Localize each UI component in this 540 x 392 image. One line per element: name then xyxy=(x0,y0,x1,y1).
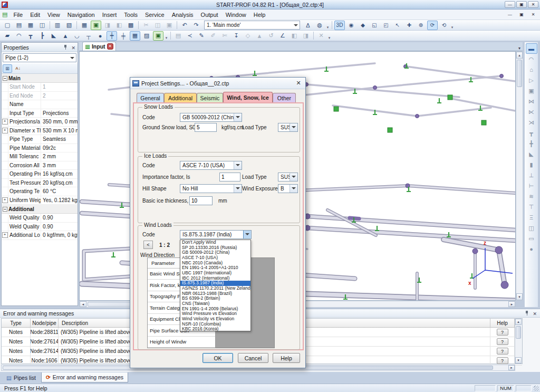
property-row[interactable]: Pipe Type Seamless xyxy=(2,135,78,144)
menu-item[interactable]: File xyxy=(9,11,26,19)
scroll-right-icon[interactable]: ► xyxy=(508,365,515,370)
mass-icon[interactable]: ▲ xyxy=(254,31,265,41)
dropdown-option[interactable]: CNS (Taiwan) xyxy=(180,301,250,307)
valve-icon[interactable]: ⋈ xyxy=(526,96,537,107)
save-icon[interactable]: ▦ xyxy=(25,21,36,30)
add-node-icon[interactable]: ● xyxy=(95,31,105,41)
zoom-window-icon[interactable]: ◱ xyxy=(369,21,380,30)
convert-icon[interactable]: ▨ xyxy=(141,31,152,41)
reducer-icon[interactable]: ◣ xyxy=(526,149,537,159)
insert-bend-icon[interactable]: ◠ xyxy=(14,31,24,41)
tee-icon[interactable]: ┳ xyxy=(526,128,537,138)
property-row[interactable]: Operating Pre 16 kgf/sq.cm xyxy=(2,170,78,179)
property-row[interactable]: Start Node 1 xyxy=(2,83,78,92)
property-row[interactable]: Operating Te 60 °C xyxy=(2,187,78,196)
menu-item[interactable]: Analysis xyxy=(168,11,197,19)
snow-load-type-select[interactable]: SUS xyxy=(278,123,298,132)
scroll-down-icon[interactable]: ▼ xyxy=(515,357,522,364)
dialog-tab[interactable]: General xyxy=(137,93,164,102)
scroll-right-icon[interactable]: ► xyxy=(508,301,515,307)
check-model-icon[interactable]: ◨ xyxy=(102,21,113,30)
dependencies-icon[interactable]: ≺ xyxy=(185,31,195,41)
control-valve-icon[interactable]: ⋊ xyxy=(526,117,537,128)
menu-item[interactable]: Edit xyxy=(26,11,44,19)
dropdown-option[interactable]: Don't Apply Wind xyxy=(180,240,250,245)
category-row-additional[interactable]: Additional xyxy=(2,205,78,214)
cross-icon[interactable]: ╋ xyxy=(526,138,537,149)
property-row[interactable]: Diameter x Th 530 mm X 10 mm xyxy=(2,127,78,136)
dropdown-option[interactable]: IS.875.3.1987 (India) xyxy=(180,281,250,286)
child-close-button[interactable]: ✕ xyxy=(528,11,538,18)
insert-anchor-icon[interactable]: ↧ xyxy=(231,31,242,41)
find-icon[interactable]: ◉ xyxy=(346,21,356,30)
insert-tee-icon[interactable]: ┳ xyxy=(25,31,36,41)
toolbar-overflow-icon[interactable]: ▾ xyxy=(325,21,330,30)
menu-item[interactable]: Insert xyxy=(99,11,121,19)
dropdown-option[interactable]: SP 20.13330.2016 (Russia) xyxy=(180,245,250,251)
wind-code-select[interactable]: IS.875.3.1987 (India) xyxy=(180,230,252,239)
dropdown-option[interactable]: NBR 06123-1988 (Brazil) xyxy=(180,291,250,297)
restraint-icon[interactable]: ◇ xyxy=(243,31,253,41)
scroll-thumb[interactable] xyxy=(517,60,522,87)
close-icon[interactable] xyxy=(71,44,75,51)
input-mode-icon[interactable]: ▣ xyxy=(91,21,101,30)
dropdown-option[interactable]: NSR-10 (Colombia) xyxy=(180,322,250,327)
insert-pipe-icon[interactable]: ▰ xyxy=(2,31,13,41)
copy-icon[interactable]: ◫ xyxy=(152,21,163,30)
tab-error-messages[interactable]: Error and warning messages xyxy=(41,372,128,383)
tab-pipes-list[interactable]: Pipes list xyxy=(2,372,40,383)
hanger-icon[interactable]: ⌂ xyxy=(526,64,537,75)
paste-properties-icon[interactable]: ◨ xyxy=(301,31,311,41)
help-button[interactable]: ? xyxy=(497,329,508,336)
tab-input[interactable]: Input xyxy=(82,42,116,51)
property-row[interactable]: Corrosion All 3 mm xyxy=(2,161,78,170)
child-minimize-button[interactable]: — xyxy=(505,11,515,18)
dialog-title-bar[interactable]: Project Settings... - Общая__02.ctp ✕ xyxy=(130,78,305,89)
collapse-icon[interactable] xyxy=(3,207,7,212)
paste-object-icon[interactable]: ▤ xyxy=(173,31,184,41)
dropdown-option[interactable]: EN 1991-1-4 2009 (Belarus) xyxy=(180,307,250,312)
calculator-icon[interactable]: ▩ xyxy=(126,21,136,30)
expansion-joint-icon[interactable]: ◫ xyxy=(526,223,537,233)
dropdown-option[interactable]: ASCE 7-10 (USA) xyxy=(180,255,250,261)
add-tee-icon[interactable]: ┬ xyxy=(83,31,94,41)
export-table-icon[interactable]: ▣ xyxy=(153,31,163,41)
copy-view-icon[interactable]: ◧ xyxy=(114,21,124,30)
scroll-up-icon[interactable]: ▲ xyxy=(515,319,522,325)
property-row[interactable]: Test Pressure 20 kgf/sq.cm xyxy=(2,179,78,188)
scroll-thumb[interactable] xyxy=(516,326,521,339)
property-row[interactable]: Weld Quality 0.90 xyxy=(2,214,78,223)
menu-item[interactable]: Output xyxy=(197,11,222,19)
select-icon[interactable]: ↖ xyxy=(392,21,403,30)
dropdown-option[interactable]: BS 6399-2 (Britain) xyxy=(180,296,250,301)
property-row[interactable]: End Node 2 xyxy=(2,92,78,101)
insulation-icon[interactable]: ▭ xyxy=(526,233,537,244)
flange-icon[interactable]: ▮ xyxy=(526,159,537,170)
cut-element-icon[interactable]: ✄ xyxy=(219,31,230,41)
ok-button[interactable]: OK xyxy=(202,353,233,363)
scroll-left-icon[interactable]: ◄ xyxy=(80,301,86,307)
cancel-button[interactable]: Cancel xyxy=(238,353,268,363)
spring-icon[interactable]: ≋ xyxy=(526,191,537,202)
fit-view-icon[interactable]: ◰ xyxy=(381,21,391,30)
angle-icon[interactable]: ∠ xyxy=(277,31,288,41)
toolbar-overflow-icon[interactable]: ▾ xyxy=(450,21,455,30)
property-row[interactable]: Pipe Material 09r2c xyxy=(2,144,78,153)
zoom-icon[interactable]: ⊕ xyxy=(416,21,426,30)
gate-valve-icon[interactable]: ⋉ xyxy=(526,107,537,117)
add-bend-icon[interactable]: ◡ xyxy=(72,31,82,41)
column-help[interactable]: Help xyxy=(490,319,515,327)
ice-load-type-select[interactable]: SUS xyxy=(278,173,298,181)
print-preview-icon[interactable]: ▥ xyxy=(52,21,63,30)
delete-element-icon[interactable]: ✕ xyxy=(316,31,326,41)
minimize-button[interactable]: — xyxy=(505,1,515,8)
property-row[interactable]: Uniform Weig Yes, 0.1282 kgf/m xyxy=(2,196,78,205)
insert-branch-icon[interactable]: ┣ xyxy=(37,31,47,41)
multi-view-icon[interactable]: ▦ xyxy=(130,31,140,41)
refresh-icon[interactable]: ⟲ xyxy=(439,21,449,30)
support-icon[interactable]: ⊥ xyxy=(526,170,537,180)
dropdown-option[interactable]: IBC 2012 (International) xyxy=(180,276,250,281)
scroll-down-icon[interactable]: ▼ xyxy=(516,293,523,300)
guide-support-icon[interactable]: ⊢ xyxy=(526,180,537,191)
wind-parameter-row[interactable]: Height of Windw xyxy=(148,337,215,348)
